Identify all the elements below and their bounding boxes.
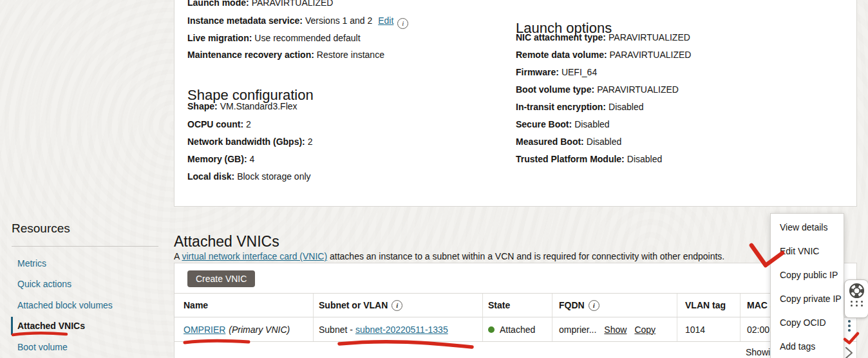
sidebar-item-boot-volume[interactable]: Boot volume — [17, 342, 68, 352]
vlan-tag-value: 1014 — [685, 325, 705, 335]
field-label: NIC attachment type: — [516, 32, 606, 42]
field-trusted-platform-module: Trusted Platform Module:Disabled — [516, 155, 662, 164]
field-shape: Shape:VM.Standard3.Flex — [187, 102, 297, 111]
fqdn-show-link[interactable]: Show — [604, 325, 627, 335]
field-value: Use recommended default — [254, 33, 360, 43]
field-secure-boot: Secure Boot:Disabled — [516, 120, 610, 129]
table-row: OMPRIER (Primary VNIC) Subnet - subnet-2… — [175, 317, 856, 342]
resources-title: Resources — [12, 221, 70, 236]
field-label: Live migration: — [187, 33, 252, 43]
attached-vnics-table-panel: Create VNIC Name Subnet or VLANi State F… — [174, 263, 857, 358]
sidebar-item-attached-vnics[interactable]: Attached VNICs — [17, 321, 85, 331]
field-instance-metadata-service: Instance metadata service:Versions 1 and… — [187, 16, 408, 29]
menu-item-view-details[interactable]: View details — [771, 215, 844, 239]
vlan-tag-cell: 1014 — [677, 317, 741, 341]
fqdn-cell: omprier... Show Copy — [552, 317, 677, 341]
field-label: Network bandwidth (Gbps): — [187, 137, 305, 147]
field-value: VM.Standard3.Flex — [220, 101, 297, 111]
red-underline-sidebar-attached-vnics — [13, 333, 66, 335]
column-header-fqdn: FQDNi — [552, 294, 677, 317]
field-ocpu-count: OCPU count:2 — [187, 120, 251, 129]
subnet-link[interactable]: subnet-20220511-1335 — [355, 325, 448, 335]
table-header-row: Name Subnet or VLANi State FQDNi VLAN ta… — [175, 293, 856, 317]
menu-item-copy-ocid[interactable]: Copy OCID — [771, 310, 844, 334]
field-maintenance-recovery: Maintenance recovery action:Restore inst… — [187, 50, 384, 60]
field-firmware: Firmware:UEFI_64 — [516, 68, 597, 77]
description-text: attaches an instance to a subnet within … — [327, 251, 724, 261]
column-header-subnet-or-vlan: Subnet or VLANi — [314, 294, 483, 317]
fqdn-value: omprier... — [559, 325, 596, 335]
column-label: Subnet or VLAN — [319, 300, 388, 310]
field-label: Memory (GB): — [187, 154, 247, 164]
vnic-name-cell: OMPRIER (Primary VNIC) — [175, 317, 314, 341]
divider — [12, 246, 158, 247]
support-floating-widget[interactable] — [844, 279, 868, 318]
column-header-vlan-tag: VLAN tag — [677, 294, 741, 317]
field-nic-attachment-type: NIC attachment type:PARAVIRTUALIZED — [516, 33, 690, 42]
mac-value: 02:00: — [747, 325, 772, 335]
field-label: In-transit encryption: — [516, 102, 606, 112]
field-label: Secure Boot: — [516, 119, 572, 129]
state-cell: Attached — [483, 317, 552, 341]
sidebar-item-metrics[interactable]: Metrics — [17, 258, 46, 268]
field-local-disk: Local disk:Block storage only — [187, 172, 311, 182]
sidebar-item-quick-actions[interactable]: Quick actions — [17, 279, 71, 289]
field-network-bandwidth: Network bandwidth (Gbps):2 — [187, 137, 313, 147]
field-label: Remote data volume: — [516, 50, 607, 60]
field-label: OCPU count: — [187, 119, 243, 129]
field-label: Firmware: — [516, 67, 559, 77]
active-item-indicator — [11, 317, 13, 335]
info-icon[interactable]: i — [392, 300, 402, 311]
field-label: Local disk: — [187, 171, 234, 182]
attached-vnics-title: Attached VNICs — [174, 234, 279, 249]
field-measured-boot: Measured Boot:Disabled — [516, 137, 621, 147]
column-label: VLAN tag — [685, 300, 726, 310]
field-label: Trusted Platform Module: — [516, 154, 625, 164]
drag-handle-dots-icon[interactable] — [851, 301, 863, 306]
row-kebab-menu-icon[interactable] — [848, 320, 851, 332]
menu-item-copy-public-ip[interactable]: Copy public IP — [771, 263, 844, 287]
field-value: Block storage only — [237, 171, 310, 182]
field-value: Restore instance — [317, 50, 384, 60]
field-label: Boot volume type: — [516, 84, 594, 95]
field-label: Launch mode: — [187, 0, 249, 8]
vnic-name-link[interactable]: OMPRIER — [184, 325, 225, 335]
menu-item-copy-private-ip[interactable]: Copy private IP — [771, 287, 844, 310]
field-label: Shape: — [187, 101, 218, 111]
vnic-doc-link[interactable]: virtual network interface card (VNIC) — [182, 251, 327, 261]
column-header-state: State — [483, 294, 552, 317]
attached-vnics-description: A virtual network interface card (VNIC) … — [174, 251, 724, 261]
row-actions-context-menu: View details Edit VNIC Copy public IP Co… — [770, 213, 844, 358]
field-value: 4 — [250, 154, 255, 164]
info-icon[interactable]: i — [589, 300, 599, 311]
pagination-next-icon[interactable] — [845, 346, 854, 358]
sidebar-item-attached-block-volumes[interactable]: Attached block volumes — [17, 300, 113, 310]
menu-item-edit-vnic[interactable]: Edit VNIC — [771, 239, 844, 263]
info-icon: i — [397, 18, 408, 29]
field-value: Versions 1 and 2 — [305, 15, 372, 26]
field-value: Disabled — [587, 137, 621, 147]
edit-metadata-link[interactable]: Edit — [378, 15, 393, 26]
subnet-cell: Subnet - subnet-20220511-1335 — [314, 317, 483, 341]
fqdn-copy-link[interactable]: Copy — [634, 325, 656, 335]
field-value: Disabled — [574, 119, 609, 129]
field-memory: Memory (GB):4 — [187, 155, 254, 164]
field-live-migration: Live migration:Use recommended default — [187, 33, 361, 43]
field-value: PARAVIRTUALIZED — [597, 84, 679, 95]
field-value: PARAVIRTUALIZED — [610, 50, 692, 60]
lifebuoy-support-icon[interactable] — [849, 283, 865, 299]
attached-state-dot-icon — [488, 326, 495, 333]
create-vnic-button[interactable]: Create VNIC — [187, 270, 255, 287]
description-text: A — [174, 251, 182, 261]
field-value: Disabled — [609, 102, 643, 112]
field-value: PARAVIRTUALIZED — [609, 32, 690, 42]
oci-instance-details-page: Launch mode:PARAVIRTUALIZED Instance met… — [0, 0, 868, 358]
menu-item-add-tags[interactable]: Add tags — [771, 334, 844, 358]
field-boot-volume-type: Boot volume type:PARAVIRTUALIZED — [516, 85, 679, 95]
column-header-name: Name — [175, 294, 314, 317]
field-label: Instance metadata service: — [187, 15, 303, 26]
column-label: State — [488, 300, 510, 310]
field-value: UEFI_64 — [561, 67, 597, 77]
subnet-prefix: Subnet - — [319, 325, 353, 335]
field-label: Maintenance recovery action: — [187, 50, 314, 60]
